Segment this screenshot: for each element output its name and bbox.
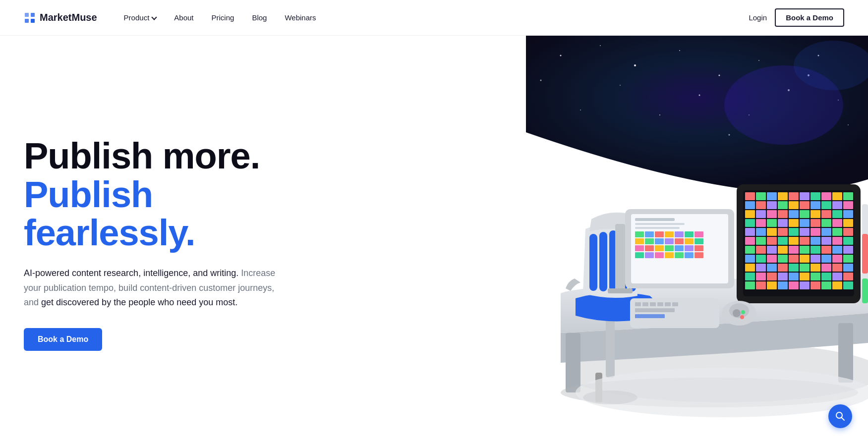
svg-rect-95 <box>767 210 777 218</box>
svg-rect-178 <box>800 281 810 289</box>
svg-rect-184 <box>862 234 868 274</box>
svg-rect-99 <box>810 210 820 218</box>
svg-point-23 <box>794 41 868 90</box>
svg-point-7 <box>679 50 680 51</box>
svg-rect-159 <box>810 264 820 272</box>
svg-point-199 <box>740 315 744 319</box>
svg-rect-76 <box>778 192 788 200</box>
svg-rect-82 <box>843 192 853 200</box>
svg-rect-169 <box>810 273 820 280</box>
svg-rect-140 <box>821 246 831 254</box>
svg-rect-150 <box>821 255 831 263</box>
svg-rect-66 <box>655 252 664 258</box>
nav-blog[interactable]: Blog <box>245 9 274 26</box>
svg-rect-69 <box>685 252 694 258</box>
nav-product[interactable]: Product <box>117 9 164 26</box>
svg-rect-107 <box>789 219 799 227</box>
svg-rect-171 <box>832 273 842 280</box>
svg-point-24 <box>566 343 868 402</box>
svg-rect-45 <box>655 231 664 237</box>
search-fab-button[interactable] <box>828 404 852 428</box>
svg-rect-79 <box>810 192 820 200</box>
hero-description: AI-powered content research, intelligenc… <box>24 266 282 310</box>
svg-rect-59 <box>655 245 664 251</box>
svg-rect-188 <box>642 302 648 306</box>
svg-rect-74 <box>756 192 766 200</box>
svg-rect-157 <box>789 264 799 272</box>
svg-point-13 <box>620 85 621 86</box>
svg-rect-97 <box>789 210 799 218</box>
svg-rect-135 <box>767 246 777 254</box>
hero-cta-button[interactable]: Book a Demo <box>24 328 102 351</box>
svg-rect-155 <box>767 264 777 272</box>
svg-rect-164 <box>756 273 766 280</box>
svg-rect-70 <box>694 252 703 258</box>
svg-rect-172 <box>843 273 853 280</box>
svg-rect-132 <box>843 237 853 245</box>
book-demo-nav-button[interactable]: Book a Demo <box>775 8 844 27</box>
svg-rect-190 <box>657 302 663 306</box>
svg-rect-170 <box>821 273 831 280</box>
svg-rect-128 <box>800 237 810 245</box>
svg-point-15 <box>749 114 750 115</box>
svg-rect-177 <box>789 281 799 289</box>
svg-rect-152 <box>843 255 853 263</box>
hero-desc-end: get discovered by the people who need yo… <box>39 297 237 307</box>
svg-rect-133 <box>745 246 755 254</box>
svg-rect-139 <box>810 246 820 254</box>
svg-rect-49 <box>694 231 703 237</box>
svg-rect-43 <box>635 231 644 237</box>
nav-pricing[interactable]: Pricing <box>205 9 241 26</box>
login-link[interactable]: Login <box>749 13 767 22</box>
svg-rect-47 <box>675 231 684 237</box>
svg-rect-142 <box>843 246 853 254</box>
logo[interactable]: MarketMuse <box>24 12 97 24</box>
svg-rect-61 <box>675 245 684 251</box>
svg-rect-122 <box>843 228 853 236</box>
svg-rect-55 <box>685 238 694 244</box>
svg-rect-191 <box>665 302 671 306</box>
svg-rect-32 <box>599 232 607 291</box>
svg-rect-53 <box>665 238 674 244</box>
svg-point-17 <box>580 110 581 111</box>
svg-rect-108 <box>800 219 810 227</box>
svg-point-198 <box>741 310 745 314</box>
svg-rect-52 <box>655 238 664 244</box>
svg-rect-149 <box>810 255 820 263</box>
svg-rect-187 <box>635 302 641 306</box>
svg-point-27 <box>561 378 858 407</box>
svg-rect-46 <box>665 231 674 237</box>
svg-rect-104 <box>756 219 766 227</box>
svg-rect-129 <box>810 237 820 245</box>
logo-text: MarketMuse <box>40 12 97 23</box>
svg-rect-31 <box>589 234 597 291</box>
hero-desc-plain: AI-powered content research, intelligenc… <box>24 268 238 278</box>
nav-about[interactable]: About <box>167 9 200 26</box>
svg-rect-194 <box>635 314 665 318</box>
svg-rect-2 <box>25 19 29 23</box>
svg-rect-89 <box>810 201 820 209</box>
svg-rect-183 <box>862 204 868 303</box>
svg-rect-92 <box>843 201 853 209</box>
hero-title-line2: Publish fearlessly. <box>24 175 311 252</box>
svg-rect-179 <box>810 281 820 289</box>
svg-rect-163 <box>745 273 755 280</box>
svg-rect-113 <box>745 228 755 236</box>
nav-webinars[interactable]: Webinars <box>278 9 323 26</box>
svg-point-14 <box>699 95 700 96</box>
svg-point-8 <box>719 75 720 76</box>
svg-rect-158 <box>800 264 810 272</box>
svg-rect-98 <box>800 210 810 218</box>
svg-rect-75 <box>767 192 777 200</box>
svg-rect-192 <box>672 302 678 306</box>
svg-point-10 <box>788 89 790 91</box>
svg-rect-64 <box>635 252 644 258</box>
svg-line-202 <box>842 418 845 421</box>
svg-rect-145 <box>767 255 777 263</box>
svg-rect-154 <box>756 264 766 272</box>
svg-rect-91 <box>832 201 842 209</box>
svg-rect-73 <box>745 192 755 200</box>
nav-right: Login Book a Demo <box>749 8 844 27</box>
svg-rect-65 <box>645 252 654 258</box>
svg-rect-85 <box>767 201 777 209</box>
